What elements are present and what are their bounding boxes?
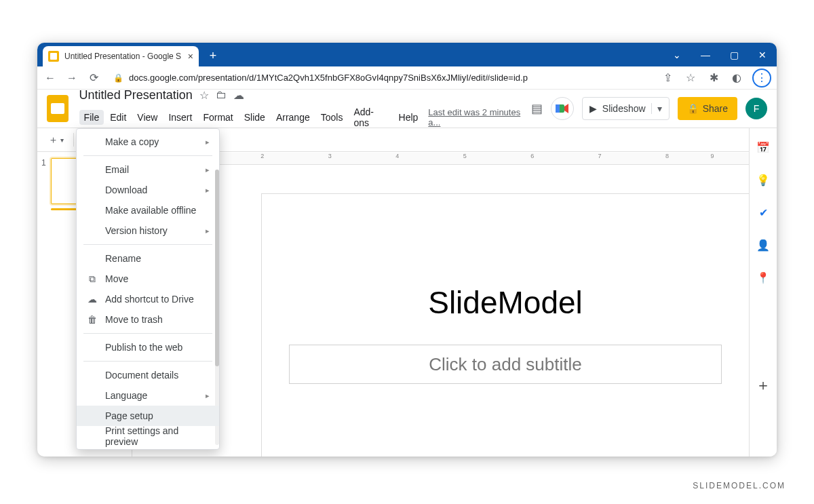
cloud-status-icon[interactable]: ☁ (233, 89, 244, 102)
slideshow-caret-icon[interactable]: ▾ (651, 103, 662, 114)
maps-icon[interactable]: 📍 (756, 271, 770, 284)
browser-tab[interactable]: Untitled Presentation - Google S × (43, 46, 199, 66)
file-menu-item[interactable]: ⧉Move (77, 269, 219, 289)
window-controls: ⌄ — ▢ ✕ (663, 43, 777, 66)
file-menu-item[interactable]: Make available offline (77, 200, 219, 220)
nav-reload-icon[interactable]: ⟳ (86, 71, 101, 84)
file-menu-item[interactable]: Page setup (77, 406, 219, 426)
menu-item-label: Print settings and preview (105, 425, 210, 447)
browser-navbar: ← → ⟳ 🔒 docs.google.com/presentation/d/1… (37, 66, 777, 90)
svg-rect-1 (556, 104, 560, 113)
profile-icon[interactable]: ◐ (729, 71, 744, 84)
menu-item-icon: ⧉ (86, 273, 98, 285)
file-menu-item[interactable]: Email▸ (77, 159, 219, 180)
slides-favicon (48, 51, 59, 62)
horizontal-ruler: 1 2 3 4 5 6 7 8 9 (132, 153, 749, 165)
menu-item-label: Make a copy (105, 136, 159, 147)
share-label: Share (703, 103, 728, 114)
star-icon[interactable]: ☆ (199, 89, 209, 102)
menu-item-icon: ☁ (86, 294, 98, 305)
menu-item-label: Make available offline (105, 205, 196, 216)
file-menu-item[interactable]: Rename (77, 248, 219, 269)
move-folder-icon[interactable]: 🗀 (216, 89, 227, 101)
browser-titlebar: Untitled Presentation - Google S × + ⌄ —… (37, 43, 777, 66)
slide-subtitle-box[interactable]: Click to add subtitle (289, 345, 722, 384)
submenu-arrow-icon: ▸ (206, 138, 210, 147)
share-button[interactable]: 🔒 Share (678, 97, 737, 120)
nav-back-icon[interactable]: ← (43, 72, 58, 84)
menu-help[interactable]: Help (394, 110, 423, 125)
submenu-arrow-icon: ▸ (206, 227, 210, 235)
window-dropdown-icon[interactable]: ⌄ (663, 43, 691, 66)
slide-canvas[interactable]: SlideModel Click to add subtitle (261, 193, 749, 457)
menu-format[interactable]: Format (198, 110, 237, 125)
avatar-letter: F (754, 103, 760, 114)
menu-item-label: Page setup (105, 410, 153, 421)
menu-item-label: Download (105, 185, 147, 195)
menu-separator (83, 333, 212, 334)
menu-separator (83, 155, 212, 156)
file-menu-item[interactable]: Version history▸ (77, 220, 219, 241)
new-slide-button[interactable]: ＋▾ (44, 131, 68, 149)
menu-view[interactable]: View (132, 110, 162, 125)
slides-logo-icon[interactable] (47, 95, 69, 122)
extensions-icon[interactable]: ✱ (706, 71, 721, 84)
tasks-icon[interactable]: ✔ (756, 206, 770, 219)
meet-button[interactable] (551, 97, 574, 120)
menu-tools[interactable]: Tools (316, 110, 348, 125)
menu-item-label: Move to trash (105, 314, 163, 325)
slideshow-button[interactable]: ▶ Slideshow ▾ (582, 97, 670, 120)
menu-edit[interactable]: Edit (105, 110, 131, 125)
window-maximize-icon[interactable]: ▢ (720, 43, 748, 66)
menu-arrange[interactable]: Arrange (271, 110, 315, 125)
document-title[interactable]: Untitled Presentation (79, 88, 193, 102)
separator (73, 133, 74, 147)
file-menu-dropdown: Make a copy▸Email▸Download▸Make availabl… (76, 128, 220, 450)
tab-close-icon[interactable]: × (188, 52, 193, 61)
menu-separator (83, 361, 212, 362)
nav-forward-icon[interactable]: → (64, 72, 79, 84)
menu-insert[interactable]: Insert (163, 110, 197, 125)
menu-item-label: Version history (105, 225, 168, 236)
menu-item-icon: 🗑 (86, 314, 98, 325)
slide-subtitle-placeholder: Click to add subtitle (429, 354, 581, 375)
bookmark-star-icon[interactable]: ☆ (683, 71, 698, 84)
menu-slide[interactable]: Slide (239, 110, 270, 125)
menu-item-label: Add shortcut to Drive (105, 294, 194, 305)
file-menu-item[interactable]: Make a copy▸ (77, 132, 219, 152)
file-menu-item[interactable]: Publish to the web (77, 337, 219, 357)
menubar: File Edit View Insert Format Slide Arran… (79, 104, 531, 130)
window-minimize-icon[interactable]: — (691, 43, 720, 66)
menu-file[interactable]: File (79, 110, 104, 125)
slide-title-text: SlideModel (428, 284, 583, 321)
file-menu-item[interactable]: Language▸ (77, 385, 219, 406)
file-menu-item[interactable]: Document details (77, 365, 219, 385)
file-menu-item[interactable]: 🗑Move to trash (77, 309, 219, 330)
new-tab-button[interactable]: + (204, 47, 222, 64)
menu-addons[interactable]: Add-ons (349, 104, 392, 130)
app-header: Untitled Presentation ☆ 🗀 ☁ File Edit Vi… (37, 90, 777, 128)
lock-icon: 🔒 (687, 103, 699, 114)
address-bar[interactable]: 🔒 docs.google.com/presentation/d/1MYtCa2… (108, 73, 653, 83)
file-menu-item[interactable]: Print settings and preview (77, 426, 219, 446)
canvas-area: 1 2 3 4 5 6 7 8 9 SlideModel Click to ad… (132, 153, 749, 457)
watermark: SLIDEMODEL.COM (693, 481, 786, 490)
menu-item-label: Document details (105, 370, 178, 381)
chrome-menu-icon[interactable]: ⋮ (752, 69, 771, 88)
submenu-arrow-icon: ▸ (206, 186, 210, 195)
comments-icon[interactable]: ▤ (531, 101, 543, 116)
slide-title-box[interactable]: SlideModel (289, 275, 722, 330)
calendar-icon[interactable]: 📅 (756, 140, 770, 154)
slide-number: 1 (41, 158, 48, 204)
window-close-icon[interactable]: ✕ (748, 43, 777, 66)
keep-icon[interactable]: 💡 (756, 173, 770, 187)
menu-separator (83, 244, 212, 245)
add-addon-icon[interactable]: ＋ (756, 375, 771, 395)
contacts-icon[interactable]: 👤 (756, 238, 770, 252)
submenu-arrow-icon: ▸ (206, 166, 210, 174)
last-edit-link[interactable]: Last edit was 2 minutes a... (428, 107, 530, 128)
file-menu-item[interactable]: ☁Add shortcut to Drive (77, 289, 219, 309)
share-url-icon[interactable]: ⇪ (660, 71, 675, 84)
file-menu-item[interactable]: Download▸ (77, 180, 219, 200)
account-avatar[interactable]: F (745, 98, 767, 119)
